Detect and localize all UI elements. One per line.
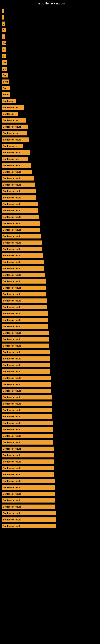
bar-row: B	[2, 47, 100, 52]
bars-container: EBEBoBBBoBoBotBottlBottBottleBottlenecBo…	[0, 6, 100, 530]
bar-row: Bott	[2, 85, 100, 91]
bar: Bottleneck result	[2, 466, 54, 470]
bar-label: Bottleneck result	[3, 216, 21, 218]
bar-label: Bottlenec	[3, 100, 13, 102]
bar: Bottleneck result	[2, 511, 56, 516]
bar-label: Bottleneck result	[3, 390, 21, 392]
bar-label: Bottleneck result	[3, 248, 21, 250]
bar: Bottleneck result	[2, 472, 54, 477]
bar-row: Bottleneck result	[2, 124, 100, 130]
bar-label: Bottle	[3, 94, 9, 96]
bar: Bottleneck result	[2, 253, 43, 258]
bar-row: Bottleneck result	[2, 278, 100, 284]
bar: Bottleneck result	[2, 479, 54, 483]
bar-row: Bottleneck result	[2, 246, 100, 252]
bar: Bottleneck result	[2, 485, 55, 490]
bar-label: Bot	[3, 74, 6, 76]
bar-row: Bottleneck result	[2, 452, 100, 458]
bar: E	[2, 34, 5, 39]
bar-row: Bottleneck result	[2, 369, 100, 374]
site-title-container: TheBottlenecker.com	[0, 0, 100, 6]
bar-label: Bottleneck result	[3, 319, 21, 321]
bar: Bottleneck result	[2, 221, 40, 226]
bar: Bottleneck result	[2, 260, 44, 264]
bar-label: Bottleneck result	[3, 286, 21, 289]
bar: Bottleneck result	[2, 344, 49, 348]
bar-label: Bottleneck result	[3, 435, 21, 437]
bar: B	[2, 54, 6, 58]
bar-row: Bottleneck result	[2, 349, 100, 355]
bar: Bottleneck result	[2, 298, 47, 303]
bar-label: Bottleneck result	[3, 370, 21, 373]
bar-row: Bottleneck result	[2, 472, 100, 477]
bar-row: Bottleneck result	[2, 362, 100, 368]
bar-label: Bottleneck result	[3, 402, 21, 405]
bar: Bottleneck resu	[2, 157, 28, 161]
bar: Bottleneck result	[2, 215, 39, 219]
bar: Bottleneck result	[2, 318, 48, 322]
bar-row	[2, 8, 100, 14]
bar-row: Bottleneck result	[2, 465, 100, 471]
bar-label: Bottleneck result	[3, 267, 21, 270]
bar-row: Bottleneck result	[2, 420, 100, 426]
bar-label: Bottleneck result	[3, 499, 21, 502]
bar: Bottleneck result	[2, 247, 42, 251]
bar: Bottleneck result	[2, 286, 46, 290]
bar: Bottleneck result	[2, 421, 52, 425]
bar-label: E	[3, 36, 4, 38]
bar: Bottleneck result	[2, 388, 51, 393]
bar-row: Bottleneck resu	[2, 118, 100, 123]
bar-row: Bo	[2, 66, 100, 72]
bar-label: Bottleneck result	[3, 338, 21, 340]
bar: Bottleneck result	[2, 414, 52, 419]
bar-row: Bottleneck result	[2, 356, 100, 362]
bar-row: Bottleneck result	[2, 304, 100, 310]
bar-row: Bottleneck result	[2, 324, 100, 329]
bar-label: Bottleneck result	[3, 293, 21, 296]
bar-row: Bottleneck result	[2, 259, 100, 265]
bar-label: Bottleneck result	[3, 190, 21, 192]
bar: Bottleneck result	[2, 279, 46, 284]
bar-row: Bo	[2, 40, 100, 46]
bar-row: Bottleneck result	[2, 169, 100, 175]
bar: Bot	[2, 73, 8, 78]
bar-label: B	[3, 29, 4, 32]
bar-label: Bottleneck result	[3, 300, 21, 302]
bar: Bottleneck result	[2, 331, 49, 335]
bar-label: Bottleneck result	[3, 493, 21, 495]
bar: Bottleneck result	[2, 311, 48, 316]
bar-label: Bottleneck result	[3, 151, 21, 154]
bar-label: Bottleneck result	[3, 209, 21, 212]
bar-label: Bottleneck resu	[3, 119, 19, 122]
bar: Bottleneck result	[2, 150, 30, 155]
bar: Bottleneck result	[2, 518, 56, 522]
bar-label: Bottleneck result	[3, 480, 21, 482]
bar-row: Bottleneck result	[2, 137, 100, 142]
bar: Bottleneck result	[2, 170, 32, 174]
bar-label: Bottleneck result	[3, 274, 21, 276]
bar-label: Bottleneck result	[3, 358, 21, 360]
bar-row: Bottleneck result	[2, 214, 100, 220]
bar-row: Bottleneck result	[2, 188, 100, 194]
bar-row: Bottleneck result	[2, 459, 100, 464]
bar-label: Bottleneck result	[3, 377, 21, 379]
bar: Bottleneck result	[2, 408, 52, 412]
bar: Bottleneck result	[2, 498, 55, 502]
bar: Bo	[2, 66, 7, 71]
bar: E	[2, 22, 5, 26]
bar-row: Bottleneck result	[2, 510, 100, 516]
bar: Bottleneck resu	[2, 131, 27, 136]
bar-label: Bottleneck result	[3, 518, 21, 521]
bar-label: Bo	[3, 68, 6, 70]
bar-label: Bottleneck result	[3, 184, 21, 186]
bar: Bottleneck resu	[2, 118, 26, 122]
bar-row: Bottlenec	[2, 98, 100, 104]
bar: Bottleneck result	[2, 376, 51, 380]
bar-label: Bottleneck result	[3, 467, 21, 469]
bar-row: E	[2, 21, 100, 26]
bar-label: Bottleneck result	[3, 138, 21, 141]
bar-row: B	[2, 27, 100, 33]
bar-row: Bottleneck result	[2, 382, 100, 387]
bar-row: Bottleneck result	[2, 478, 100, 484]
bar: Bottleneck result	[2, 273, 45, 277]
